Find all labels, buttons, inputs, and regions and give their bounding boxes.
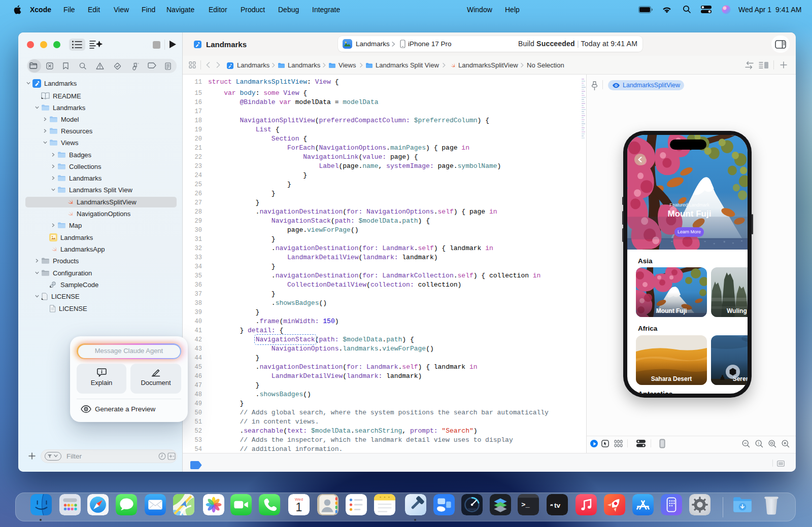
svg-text:1: 1 (758, 441, 760, 445)
svg-text:tv: tv (554, 502, 561, 509)
svg-text:1: 1 (296, 501, 302, 514)
svg-text:>_: >_ (521, 501, 530, 509)
